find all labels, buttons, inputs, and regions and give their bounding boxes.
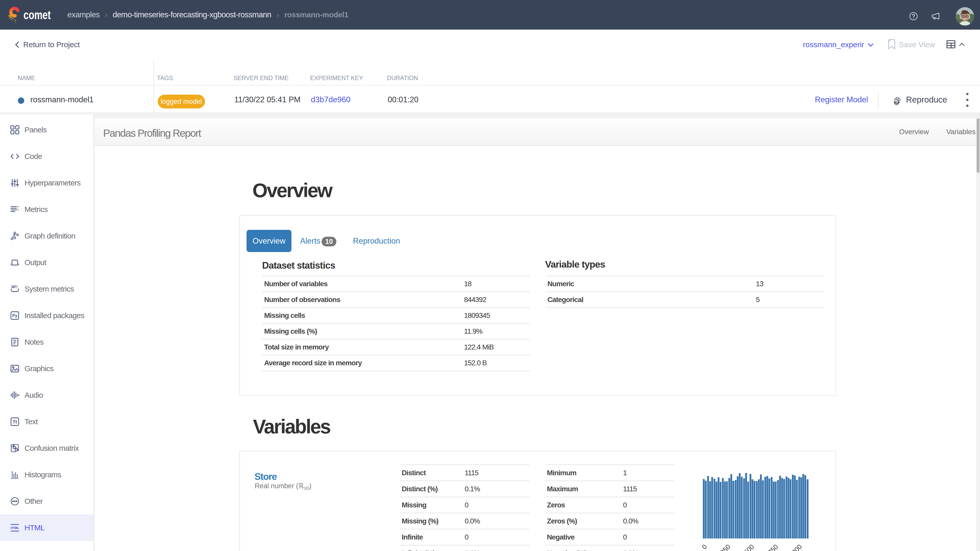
svg-text:Tt: Tt [13, 419, 17, 424]
svg-text:Py: Py [12, 313, 18, 318]
svg-text:HTML: HTML [11, 526, 19, 530]
